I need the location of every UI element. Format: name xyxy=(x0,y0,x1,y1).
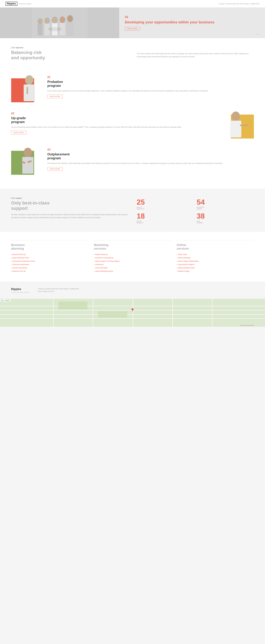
hero-title: Developing your opportunities within you… xyxy=(125,20,260,25)
logo-tagline: business company xyxy=(19,3,31,4)
program-row-2: 02 Up-gradeprogram Are you dreaming abou… xyxy=(11,108,254,138)
service-item[interactable]: Using Search Engines xyxy=(177,264,254,266)
svg-point-20 xyxy=(232,112,240,121)
map-tab-map[interactable]: Map xyxy=(1,300,4,301)
footer-contact: Chicago, 28 Jackson Blvd Ste 1020 Chicag… xyxy=(38,288,79,293)
stat-members-number: 38 xyxy=(197,212,254,220)
program3-title: Outplacementprogram xyxy=(47,152,254,160)
hero-section: 01 Developing your opportunities within … xyxy=(0,8,265,38)
service-item[interactable]: Franchise Assessment xyxy=(11,264,88,266)
business-planning-list: Business Plan 5yr Expert Business Plans … xyxy=(11,253,88,272)
service-item[interactable]: Website Design xyxy=(177,270,254,272)
program-content-2: 02 Up-gradeprogram Are you dreaming abou… xyxy=(11,112,218,134)
program1-title: Probationprogram xyxy=(47,80,254,88)
service-item[interactable]: Domestic & International xyxy=(94,257,171,259)
service-item[interactable]: Search Engine Optimization xyxy=(177,260,254,262)
service-col-business-title: Businessplanning xyxy=(11,243,88,250)
service-item[interactable]: Business Plan 3yr xyxy=(11,270,88,272)
logo[interactable]: Ripplex xyxy=(5,2,17,6)
svg-point-6 xyxy=(45,18,49,23)
program2-desc: Are you dreaming about brilliant career,… xyxy=(11,126,218,129)
support-description: We offer customers a truly unique set of… xyxy=(11,213,128,219)
service-item[interactable]: Advertising xyxy=(94,264,171,266)
marketing-services-list: Market Research Domestic & International… xyxy=(94,253,171,272)
services-grid: Businessplanning Business Plan 5yr Exper… xyxy=(11,240,254,274)
hero-image xyxy=(0,8,119,38)
program-image-1 xyxy=(11,72,42,102)
service-item[interactable]: Expert Business Plans xyxy=(11,257,88,259)
svg-point-17 xyxy=(25,75,33,85)
service-item[interactable]: Online Marketing Advice xyxy=(94,270,171,272)
svg-rect-14 xyxy=(67,22,73,36)
svg-point-9 xyxy=(52,17,57,23)
support-label: Our support xyxy=(11,197,128,199)
hero-prev-arrow[interactable]: < xyxy=(256,33,257,36)
stats-grid: 25 years ofexperience 54 successfulproje… xyxy=(137,197,254,224)
approach-left: Our approach Balancing riskand opportuni… xyxy=(11,46,128,60)
hero-content: 01 Developing your opportunities within … xyxy=(119,11,265,35)
svg-rect-24 xyxy=(22,157,33,174)
header: Ripplex business company Chicago, 28 Jac… xyxy=(0,0,265,8)
map-tab-satellite[interactable]: Satellite xyxy=(5,300,9,301)
footer-phone-number[interactable]: (800) 123 1234 xyxy=(43,290,54,292)
stat-programs: 18 partnerprograms xyxy=(137,212,194,224)
service-item[interactable]: Online Marketing xyxy=(177,257,254,259)
service-col-online: Onlineservices Online Store Online Marke… xyxy=(177,240,254,274)
footer-brand: Ripplex © 2016 | All rights reserved xyxy=(11,288,29,293)
hero-next-arrow[interactable]: > xyxy=(258,33,260,36)
footer-phone-label: Call us: xyxy=(38,290,43,292)
service-col-online-title: Onlineservices xyxy=(177,243,254,250)
stat-programs-label: partnerprograms xyxy=(137,220,194,224)
service-item[interactable]: Lead Generation xyxy=(94,267,171,269)
map-tab-controls[interactable]: Map Satellite xyxy=(0,299,10,301)
stat-experience-number: 25 xyxy=(137,198,194,206)
services-section: Businessplanning Business Plan 5yr Exper… xyxy=(0,232,265,282)
program1-desc: If you want to get a good job, but do no… xyxy=(47,89,254,92)
svg-rect-19 xyxy=(26,87,28,94)
program2-number: 02 xyxy=(11,112,218,115)
map-placeholder[interactable]: 📍 Map Satellite Map data ©2016 Google xyxy=(0,299,265,327)
map-section: 📍 Map Satellite Map data ©2016 Google xyxy=(0,299,265,327)
footer-phone: Call us: (800) 123 1234 xyxy=(38,290,79,293)
footer-logo: Ripplex xyxy=(11,288,29,291)
stat-projects: 54 successfulprojects xyxy=(197,198,254,210)
approach-heading: Balancing riskand opportunity xyxy=(11,50,128,60)
service-col-marketing: Marketingservices Market Research Domest… xyxy=(94,240,171,274)
hero-read-more-button[interactable]: READ MORE xyxy=(125,27,140,30)
service-item[interactable]: Business Plan 5yr xyxy=(11,253,88,256)
program3-person-svg xyxy=(11,144,42,175)
stat-members: 38 teammembers xyxy=(197,212,254,224)
program2-person-svg xyxy=(223,108,254,138)
hero-team-svg xyxy=(0,8,119,38)
support-top: Our support Only best-in-classsupport We… xyxy=(11,197,254,224)
footer-address: Chicago, 28 Jackson Blvd Ste 1020 Chicag… xyxy=(38,288,79,290)
program1-read-more[interactable]: READ MORE xyxy=(47,95,63,98)
service-col-marketing-title: Marketingservices xyxy=(94,243,171,250)
service-item[interactable]: International Expansion Advice xyxy=(11,260,88,262)
svg-point-3 xyxy=(38,19,42,24)
program-row-3: 03 Outplacementprogram According to the … xyxy=(11,144,254,175)
service-item[interactable]: Online Store xyxy=(177,253,254,256)
hero-navigation: < > xyxy=(256,33,260,36)
program-image-3 xyxy=(11,144,42,175)
program1-number: 01 xyxy=(47,76,254,79)
service-item[interactable]: Growth Assessment xyxy=(11,267,88,269)
service-item[interactable]: Market Research xyxy=(94,253,171,256)
approach-section: Our approach Balancing riskand opportuni… xyxy=(0,38,265,69)
svg-point-12 xyxy=(60,17,65,22)
svg-rect-18 xyxy=(24,84,35,101)
program2-title: Up-gradeprogram xyxy=(11,116,218,124)
service-item[interactable]: Sales Analysis & Pricing Analysis xyxy=(94,260,171,262)
service-item[interactable]: Selling Globally Online xyxy=(177,267,254,269)
svg-point-15 xyxy=(67,16,72,22)
support-stats: 25 years ofexperience 54 successfulproje… xyxy=(137,197,254,224)
stat-programs-number: 18 xyxy=(137,212,194,220)
svg-rect-21 xyxy=(230,121,241,138)
program3-read-more[interactable]: READ MORE xyxy=(47,167,63,171)
service-col-business: Businessplanning Business Plan 5yr Exper… xyxy=(11,240,88,274)
svg-rect-2 xyxy=(38,24,43,36)
svg-point-16 xyxy=(48,27,62,31)
program2-read-more[interactable]: READ MORE xyxy=(11,131,26,134)
stat-members-label: teammembers xyxy=(197,220,254,224)
stat-projects-label: successfulprojects xyxy=(197,206,254,210)
